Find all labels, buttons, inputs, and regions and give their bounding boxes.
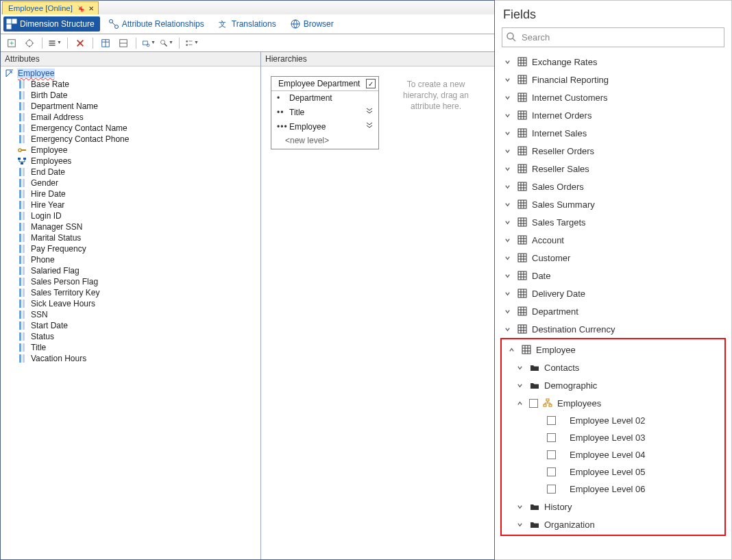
fields-table-item[interactable]: Destination Currency [498, 320, 729, 338]
fields-level-item[interactable]: Employee Level 04 [502, 446, 724, 463]
chevron-down-icon[interactable] [502, 127, 513, 138]
fields-folder-demographic[interactable]: Demographic [502, 376, 724, 394]
attribute-item[interactable]: Login ID [17, 210, 260, 221]
fields-level-item[interactable]: Employee Level 02 [502, 412, 724, 429]
attribute-item[interactable]: SSN [17, 309, 260, 320]
attribute-item[interactable]: Pay Frequency [17, 243, 260, 254]
fields-table-item[interactable]: Internet Orders [498, 106, 729, 124]
chevron-up-icon[interactable] [506, 344, 517, 355]
attribute-item[interactable]: Status [17, 331, 260, 342]
checkbox[interactable] [547, 485, 556, 494]
view-mode-button[interactable]: ▼ [48, 36, 62, 50]
chevron-down-icon[interactable] [502, 234, 513, 245]
zoom-button[interactable]: ▼ [142, 36, 156, 50]
fields-table-item[interactable]: Account [498, 231, 729, 249]
attribute-item[interactable]: Sick Leave Hours [17, 298, 260, 309]
chevron-down-icon[interactable] [502, 306, 513, 317]
show-table-button[interactable] [99, 36, 112, 50]
writeback-button[interactable]: ▼ [185, 36, 199, 50]
chevron-down-icon[interactable] [502, 199, 513, 210]
hierarchy-level[interactable]: •Department [271, 91, 378, 105]
add-attribute-button[interactable] [5, 36, 19, 50]
fields-folder-history[interactable]: History [502, 498, 724, 515]
attribute-item[interactable]: Phone [17, 254, 260, 265]
attribute-item[interactable]: Gender [17, 178, 260, 188]
attribute-item[interactable]: Email Address [17, 112, 260, 123]
chevron-down-icon[interactable] [514, 501, 525, 512]
attribute-item[interactable]: Department Name [17, 101, 260, 112]
fields-table-item[interactable]: Delivery Date [498, 284, 729, 302]
fields-table-item[interactable]: Sales Targets [498, 213, 729, 231]
attribute-item[interactable]: Emergency Contact Name [17, 123, 260, 134]
chevron-down-icon[interactable] [502, 110, 513, 121]
attribute-item[interactable]: Salaried Flag [17, 265, 260, 276]
fields-table-item[interactable]: Internet Customers [498, 88, 729, 106]
fields-table-item[interactable]: Exchange Rates [498, 53, 729, 71]
fields-hierarchy-employees[interactable]: Employees [502, 394, 724, 412]
attribute-item[interactable]: Manager SSN [17, 221, 260, 232]
checkbox[interactable] [547, 433, 556, 442]
fields-table-item[interactable]: Sales Summary [498, 195, 729, 213]
chevron-down-icon[interactable] [502, 74, 513, 85]
checkbox[interactable] [547, 416, 556, 425]
chevron-down-icon[interactable] [502, 56, 513, 67]
chevron-down-icon[interactable] [502, 163, 513, 174]
delete-button[interactable] [73, 36, 87, 50]
fields-list[interactable]: Exchange RatesFinancial ReportingInterne… [495, 53, 731, 559]
chevron-down-icon[interactable] [502, 92, 513, 103]
fields-table-employee[interactable]: Employee [502, 341, 724, 358]
checkbox[interactable] [547, 467, 556, 476]
checkbox[interactable] [529, 399, 538, 408]
fields-table-item[interactable]: Reseller Sales [498, 160, 729, 178]
tab-browser[interactable]: Browser [287, 16, 339, 32]
fields-folder-organization[interactable]: Organization [502, 515, 724, 533]
fields-level-item[interactable]: Employee Level 06 [502, 480, 724, 498]
fields-table-item[interactable]: Date [498, 267, 729, 284]
attribute-item[interactable]: Hire Year [17, 199, 260, 210]
attribute-item[interactable]: Birth Date [17, 90, 260, 101]
hierarchy-new-level[interactable]: <new level> [271, 134, 378, 149]
attribute-item[interactable]: Hire Date [17, 188, 260, 199]
close-icon[interactable]: ✕ [88, 5, 94, 12]
show-tree-button[interactable] [117, 36, 130, 50]
chevron-down-icon[interactable] [502, 324, 513, 334]
chevron-down-icon[interactable] [514, 362, 525, 373]
attribute-item[interactable]: Start Date [17, 320, 260, 331]
chevron-down-icon[interactable] [502, 181, 513, 192]
hierarchy-level[interactable]: •••Employee [271, 119, 378, 134]
tab-translations[interactable]: 文 Translations [215, 16, 282, 32]
chevron-down-icon[interactable] [514, 519, 525, 530]
tab-dimension-structure[interactable]: Dimension Structure [3, 16, 100, 32]
chevron-down-icon[interactable] [502, 217, 513, 228]
pin-icon[interactable]: 📌 [77, 5, 84, 12]
search-input[interactable] [502, 27, 724, 47]
hierarchy-employee-department[interactable]: Employee Department ✓ •Department••Title… [271, 76, 379, 149]
attributes-tree[interactable]: Employee Base RateBirth DateDepartment N… [1, 66, 260, 559]
attribute-item[interactable]: Sales Person Flag [17, 276, 260, 287]
attribute-item[interactable]: Employee [17, 145, 260, 156]
checkbox[interactable] [547, 450, 556, 459]
hierarchy-level[interactable]: ••Title [271, 105, 378, 119]
fields-folder-contacts[interactable]: Contacts [502, 358, 724, 376]
fields-level-item[interactable]: Employee Level 05 [502, 463, 724, 480]
process-button[interactable] [23, 36, 36, 50]
fields-table-item[interactable]: Department [498, 302, 729, 320]
chevron-down-icon[interactable] [502, 288, 513, 299]
chevron-down-icon[interactable] [502, 145, 513, 156]
attribute-item[interactable]: Base Rate [17, 79, 260, 90]
find-button[interactable]: ▼ [160, 36, 173, 50]
fields-table-item[interactable]: Financial Reporting [498, 71, 729, 88]
tab-attribute-relationships[interactable]: Attribute Relationships [106, 16, 210, 32]
fields-table-item[interactable]: Customer [498, 249, 729, 267]
document-tab-employee[interactable]: Employee [Online] 📌 ✕ [2, 1, 99, 14]
attribute-item[interactable]: Marital Status [17, 232, 260, 243]
attribute-item[interactable]: Emergency Contact Phone [17, 134, 260, 145]
attribute-item[interactable]: Vacation Hours [17, 353, 260, 364]
fields-level-item[interactable]: Employee Level 03 [502, 429, 724, 446]
chevron-down-icon[interactable] [514, 380, 525, 391]
chevron-down-icon[interactable] [502, 270, 513, 281]
hierarchy-visible-checkbox[interactable]: ✓ [366, 79, 376, 88]
attribute-item[interactable]: End Date [17, 167, 260, 178]
chevron-up-icon[interactable] [514, 398, 525, 409]
fields-table-item[interactable]: Internet Sales [498, 124, 729, 142]
